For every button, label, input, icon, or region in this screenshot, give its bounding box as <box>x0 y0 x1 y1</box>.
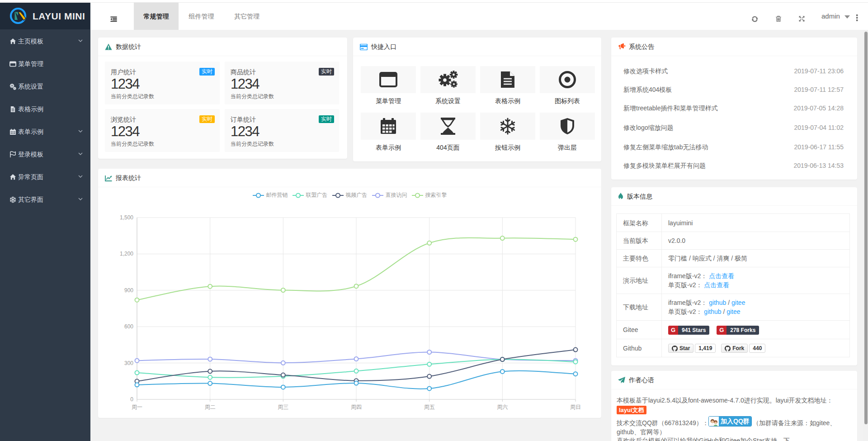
svg-text:600: 600 <box>124 323 133 330</box>
svg-text:900: 900 <box>124 287 133 294</box>
svg-text:周日: 周日 <box>570 404 581 410</box>
svg-text:周六: 周六 <box>497 404 508 410</box>
svg-text:周二: 周二 <box>205 404 216 410</box>
svg-text:周三: 周三 <box>278 404 288 410</box>
svg-text:0: 0 <box>130 396 133 403</box>
svg-text:300: 300 <box>124 360 133 366</box>
svg-text:周一: 周一 <box>132 404 142 410</box>
svg-text:周四: 周四 <box>351 404 362 410</box>
svg-text:1,200: 1,200 <box>120 251 133 257</box>
svg-text:周五: 周五 <box>424 404 435 410</box>
svg-text:1,500: 1,500 <box>120 214 133 221</box>
